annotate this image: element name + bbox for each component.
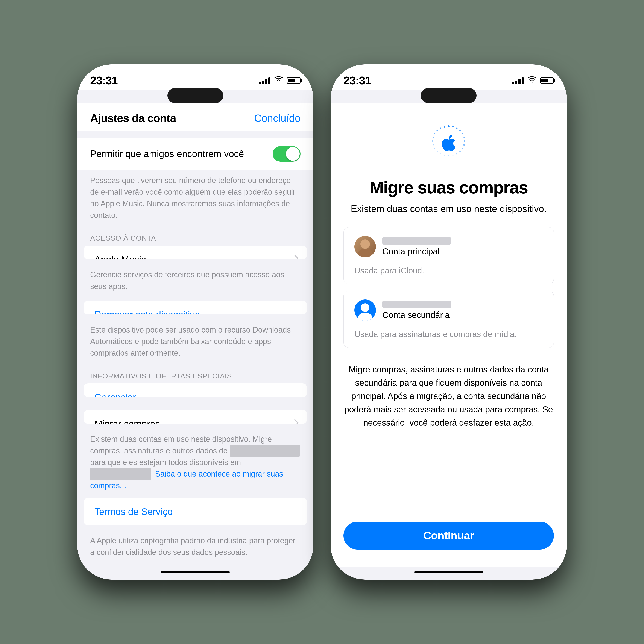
svg-point-4: [462, 133, 463, 134]
chevron-icon-apple-music: [289, 255, 298, 259]
migrate-description: Existem duas contas em uso neste disposi…: [77, 430, 313, 498]
toggle-row[interactable]: Permitir que amigos encontrem você: [77, 138, 313, 170]
manage-item[interactable]: Gerenciar: [84, 383, 307, 397]
terms-label: Termos de Serviço: [94, 506, 173, 517]
phone-2: 23:31: [331, 64, 567, 580]
secondary-account-info: Conta secundária: [382, 301, 543, 320]
svg-point-25: [358, 249, 373, 257]
status-bar-2: 23:31: [331, 64, 567, 90]
migrate-blur-2: ■■■■■■■■■■■■■: [90, 468, 151, 480]
phone-1: 23:31 Ajustes da conta: [77, 64, 313, 580]
secondary-account-card: Conta secundária Usada para assinaturas …: [343, 291, 554, 348]
svg-point-8: [462, 148, 463, 149]
svg-point-20: [434, 133, 435, 134]
svg-point-17: [433, 144, 434, 146]
status-time-1: 23:31: [90, 74, 118, 87]
svg-point-18: [432, 140, 433, 142]
primary-account-header: Conta principal: [354, 236, 543, 257]
primary-account-description: Usada para iCloud.: [354, 262, 543, 275]
migrate-group: Migrar compras: [84, 410, 307, 424]
svg-point-7: [463, 144, 465, 146]
svg-point-2: [456, 128, 458, 129]
svg-point-23: [444, 126, 445, 128]
toggle-knob: [286, 147, 300, 161]
secondary-avatar: [354, 299, 376, 321]
wifi-icon-2: [528, 76, 536, 85]
toggle-label: Permitir que amigos encontrem você: [90, 149, 273, 159]
person-photo: [354, 236, 376, 257]
manage-group: Gerenciar: [84, 383, 307, 397]
migrate-label: Migrar compras: [94, 419, 160, 424]
settings-header: Ajustes da conta Concluído: [77, 103, 313, 131]
migration-subtitle: Existem duas contas em uso neste disposi…: [343, 204, 554, 214]
migrate-desc-text2: para que eles estejam todos disponíveis …: [90, 458, 241, 467]
primary-email-blur: [382, 237, 451, 245]
terms-item[interactable]: Termos de Serviço: [84, 498, 307, 525]
legal-group: Termos de Serviço Política de Privacidad…: [84, 498, 307, 525]
migration-info-text: Migre compras, assinaturas e outros dado…: [343, 363, 554, 429]
wifi-icon: [274, 76, 283, 85]
primary-account-info: Conta principal: [382, 237, 543, 256]
signal-icon-2: [512, 77, 524, 84]
apple-icon: [440, 134, 457, 158]
battery-icon: [287, 77, 301, 84]
migrate-blur-1: ■■■■■■■■■■■■■■■: [230, 445, 300, 457]
settings-title: Ajustes da conta: [90, 112, 176, 125]
migration-logo: [343, 125, 554, 167]
apple-music-label: Apple Music: [94, 254, 146, 259]
secondary-account-description: Usada para assinaturas e compras de mídi…: [354, 325, 543, 339]
remove-device-item[interactable]: Remover este dispositivo: [84, 301, 307, 314]
signal-icon: [259, 77, 270, 84]
apple-logo-container: [427, 125, 470, 167]
remove-device-label: Remover este dispositivo: [94, 309, 200, 314]
svg-point-21: [437, 130, 438, 131]
svg-point-9: [459, 151, 461, 152]
access-group: Apple Music: [84, 246, 307, 259]
status-icons-1: [259, 76, 301, 85]
status-icons-2: [512, 76, 554, 85]
section-header-info: INFORMATIVOS E OFERTAS ESPECIAIS: [77, 368, 313, 383]
settings-screen: Ajustes da conta Concluído Permitir que …: [77, 103, 313, 567]
migration-title: Migre suas compras: [343, 178, 554, 197]
primary-account-card: Conta principal Usada para iCloud.: [343, 227, 554, 284]
apple-music-item[interactable]: Apple Music: [84, 246, 307, 259]
svg-point-3: [459, 130, 461, 131]
status-time-2: 23:31: [343, 74, 371, 87]
svg-point-19: [433, 137, 434, 138]
dynamic-island-1: [167, 88, 223, 103]
chevron-icon-migrate: [289, 419, 298, 424]
migration-screen: Migre suas compras Existem duas contas e…: [331, 103, 567, 567]
remove-device-description: Este dispositivo pode ser usado com o re…: [77, 321, 313, 368]
svg-point-26: [361, 303, 369, 312]
svg-point-22: [440, 128, 441, 129]
migrate-item[interactable]: Migrar compras: [84, 410, 307, 424]
svg-point-5: [463, 137, 465, 138]
dynamic-island-2: [421, 88, 477, 103]
toggle-switch[interactable]: [273, 146, 301, 162]
secondary-account-header: Conta secundária: [354, 299, 543, 321]
svg-point-15: [437, 151, 438, 152]
svg-point-0: [448, 125, 450, 127]
home-indicator-2: [414, 571, 483, 573]
continue-button-label: Continuar: [423, 529, 474, 542]
toggle-description: Pessoas que tiverem seu número de telefo…: [77, 170, 313, 230]
battery-icon-2: [540, 77, 554, 84]
manage-label: Gerenciar: [94, 392, 136, 397]
svg-point-1: [452, 126, 454, 128]
primary-avatar: [354, 236, 376, 257]
access-description: Gerencie serviços de terceiros que possu…: [77, 266, 313, 301]
secondary-email-blur: [382, 301, 451, 308]
done-button[interactable]: Concluído: [254, 112, 301, 124]
migrate-desc-text3: .: [151, 469, 155, 478]
svg-point-27: [358, 313, 372, 321]
primary-account-type: Conta principal: [382, 247, 440, 256]
continue-button[interactable]: Continuar: [343, 522, 554, 550]
svg-point-16: [434, 148, 435, 149]
status-bar-1: 23:31: [77, 64, 313, 90]
remove-device-group: Remover este dispositivo: [84, 301, 307, 314]
svg-point-6: [464, 140, 466, 142]
home-indicator-1: [161, 571, 230, 573]
footer-text: A Apple utiliza criptografia padrão da i…: [77, 532, 313, 567]
svg-point-24: [360, 239, 370, 249]
secondary-account-type: Conta secundária: [382, 310, 450, 320]
